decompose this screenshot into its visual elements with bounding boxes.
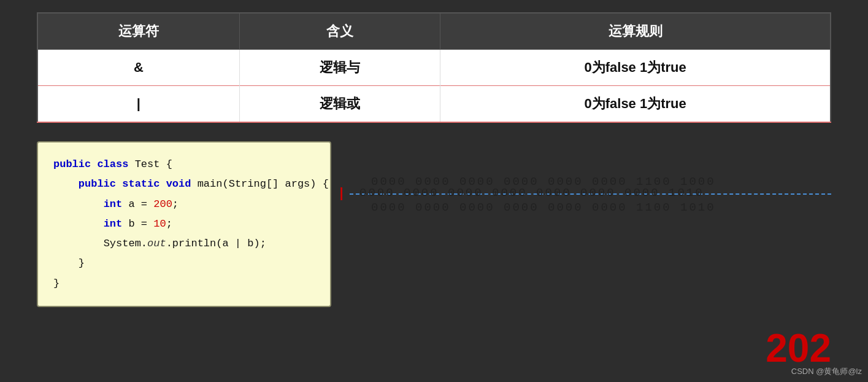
code-line-3: int a = 200;: [53, 195, 315, 214]
code-line-1: public class Test {: [53, 155, 315, 174]
meaning-and: 逻辑与: [239, 50, 440, 86]
binary-row-result: 0000 0000 0000 0000 0000 0000 1100 1010: [350, 201, 716, 214]
binary-section: 0000 0000 0000 0000 0000 0000 1100 1000 …: [350, 141, 831, 217]
code-line-4: int b = 10;: [53, 214, 315, 234]
binary-result-value: 0000 0000 0000 0000 0000 0000 1100 1010: [371, 201, 716, 214]
table-row: & 逻辑与 0为false 1为true: [37, 50, 831, 86]
code-line-7: }: [53, 274, 315, 294]
table-section: 运算符 含义 运算规则 & 逻辑与 0为false 1为true | 逻辑或 0…: [37, 12, 831, 123]
operators-table: 运算符 含义 运算规则 & 逻辑与 0为false 1为true | 逻辑或 0…: [37, 12, 831, 123]
code-line-6: }: [53, 254, 315, 273]
code-line-2: public static void main(String[] args) {: [53, 174, 315, 194]
rule-or: 0为false 1为true: [440, 86, 831, 123]
table-row: | 逻辑或 0为false 1为true: [37, 86, 831, 123]
col-header-meaning: 含义: [239, 13, 440, 50]
col-header-rule: 运算规则: [440, 13, 831, 50]
binary-op-or: |: [337, 186, 345, 201]
code-box: public class Test { public static void m…: [37, 141, 331, 307]
operator-and: &: [37, 50, 239, 86]
code-line-5: System.out.println(a | b);: [53, 234, 315, 254]
watermark: CSDN @黄龟师@lz: [791, 366, 862, 377]
binary-b-value: 0000 0000 0000 0000 0000 0000 0000 1010: [359, 186, 704, 200]
divider-line: | 0000 0000 0000 0000 0000 0000 0000 101…: [350, 193, 831, 195]
rule-and: 0为false 1为true: [440, 50, 831, 86]
col-header-operator: 运算符: [37, 13, 239, 50]
bottom-section: public class Test { public static void m…: [37, 141, 831, 307]
slide-container: 运算符 含义 运算规则 & 逻辑与 0为false 1为true | 逻辑或 0…: [0, 0, 868, 382]
big-result-number: 202: [766, 325, 831, 371]
operator-or: |: [37, 86, 239, 123]
meaning-or: 逻辑或: [239, 86, 440, 123]
